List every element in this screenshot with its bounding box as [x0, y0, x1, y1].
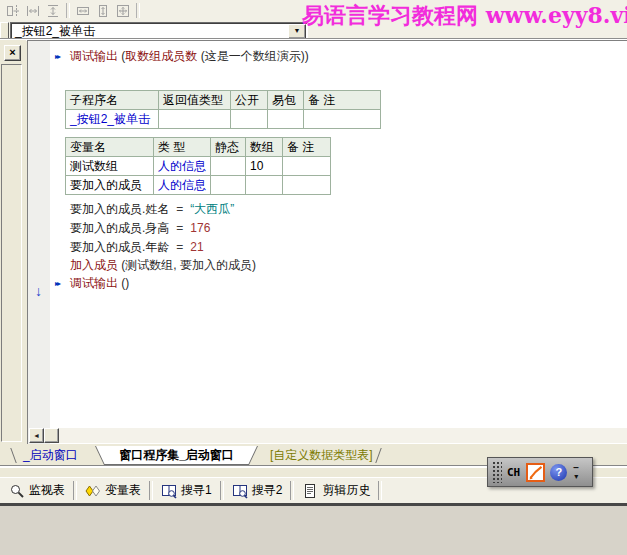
header-cell: 备 注 — [283, 138, 331, 157]
header-cell: 易包 — [268, 91, 304, 110]
code-token-variable: 要加入的成员.姓名 — [70, 202, 169, 216]
form-layout-toolbar — [3, 2, 143, 19]
code-token-variable: 要加入的成员.身高 — [70, 221, 169, 235]
code-line-add-member: 加入成员 (测试数组, 要加入的成员) — [70, 258, 256, 272]
table-row: 测试数组 人的信息 10 — [66, 157, 331, 176]
options-caret-icon[interactable]: ▾ — [574, 472, 578, 481]
same-size-button[interactable] — [113, 2, 133, 19]
same-height-icon — [95, 3, 111, 19]
table-row: _按钮2_被单击 — [66, 110, 381, 129]
same-width-button[interactable] — [73, 2, 93, 19]
table-cell[interactable] — [304, 110, 381, 129]
variable-type-cell[interactable]: 人的信息 — [154, 157, 211, 176]
tab-startup-window[interactable]: _启动窗口 — [23, 446, 78, 465]
button-label: 变量表 — [105, 482, 141, 499]
scroll-left-icon: ◄ — [33, 432, 40, 439]
table-header-row: 子程序名 返回值类型 公开 易包 备 注 — [66, 91, 381, 110]
grip-handle-icon[interactable] — [492, 461, 502, 483]
close-icon: × — [9, 46, 15, 58]
ime-button[interactable] — [526, 463, 545, 482]
tab-custom-datatype-table[interactable]: [自定义数据类型表] — [270, 446, 373, 465]
variable-type-cell[interactable]: 人的信息 — [154, 176, 211, 195]
watermark-text: 易语言学习教程网 www.eyy8.vip — [302, 0, 627, 30]
equal-vertical-spacing-button[interactable] — [43, 2, 63, 19]
search1-button[interactable]: 搜寻1 — [154, 480, 219, 501]
equal-vertical-spacing-icon — [45, 3, 61, 19]
table-cell[interactable] — [268, 110, 304, 129]
code-line-assign-age: 要加入的成员.年龄=21 — [70, 240, 204, 254]
bottom-fill — [0, 506, 627, 555]
scroll-left-button[interactable]: ◄ — [29, 428, 44, 443]
same-size-icon — [115, 3, 131, 19]
book-search-icon — [232, 483, 248, 499]
tab-window-program-set[interactable]: 窗口程序集_启动窗口 — [95, 446, 258, 465]
table-cell[interactable] — [283, 157, 331, 176]
same-height-button[interactable] — [93, 2, 113, 19]
header-cell: 返回值类型 — [159, 91, 231, 110]
button-label: 监视表 — [29, 482, 65, 499]
code-token-number: 176 — [190, 221, 210, 235]
equal-horizontal-spacing-icon — [25, 3, 41, 19]
scrollbar-thumb[interactable] — [44, 428, 59, 443]
code-line-debug-output-2: 调试输出 () — [70, 276, 129, 290]
table-cell[interactable] — [211, 157, 246, 176]
variable-name-cell[interactable]: 测试数组 — [66, 157, 154, 176]
table-row: 要加入的成员 人的信息 — [66, 176, 331, 195]
variable-name-cell[interactable]: 要加入的成员 — [66, 176, 154, 195]
procedure-combobox-value: _按钮2_被单击 — [15, 24, 95, 38]
code-line-assign-name: 要加入的成员.姓名=“大西瓜” — [70, 202, 234, 216]
code-line-debug-output: 调试输出 (取数组成员数 (这是一个数组演示)) — [70, 49, 309, 63]
toolbar-separator — [220, 481, 224, 500]
toolbar-separator — [136, 3, 140, 18]
watch-table-button[interactable]: 监视表 — [2, 480, 72, 501]
minimize-icon[interactable]: − — [573, 464, 579, 472]
code-token-command: 取数组成员数 — [125, 49, 197, 63]
code-token-args: () — [118, 276, 129, 290]
header-cell: 数组 — [246, 138, 283, 157]
active-tab-label: 窗口程序集_启动窗口 — [95, 446, 258, 464]
search2-button[interactable]: 搜寻2 — [225, 480, 290, 501]
horizontal-scrollbar[interactable]: ◄ — [29, 428, 627, 443]
header-cell: 子程序名 — [66, 91, 159, 110]
code-token-command: 调试输出 — [70, 276, 118, 290]
code-token-args: (测试数组, 要加入的成员) — [118, 258, 256, 272]
header-cell: 类 型 — [154, 138, 211, 157]
input-language-button[interactable]: CH — [507, 466, 520, 479]
align-width-button[interactable] — [3, 2, 23, 19]
variable-table-button[interactable]: 变量表 — [78, 480, 148, 501]
book-search-icon — [161, 483, 177, 499]
toolbar-separator — [290, 481, 294, 500]
header-cell: 公开 — [231, 91, 268, 110]
code-editor[interactable]: ↓ ▸▸ 调试输出 (取数组成员数 (这是一个数组演示)) 子程序名 返回值类型… — [27, 40, 627, 444]
subroutine-name-cell[interactable]: _按钮2_被单击 — [66, 110, 159, 129]
button-label: 剪辑历史 — [322, 482, 370, 499]
help-button[interactable]: ? — [550, 464, 567, 481]
toolbar-separator — [66, 3, 70, 18]
flow-marker-icon: ▸▸ — [55, 52, 59, 62]
code-token-comment: (这是一个数组演示)) — [197, 49, 308, 63]
header-cell: 静态 — [211, 138, 246, 157]
code-token-number: 21 — [190, 240, 203, 254]
table-cell[interactable] — [159, 110, 231, 129]
main-area: × ↓ ▸▸ 调试输出 (取数组成员数 (这是一个数组演示)) 子程序名 返回值… — [0, 40, 627, 443]
toolbar-separator — [378, 481, 382, 500]
tab-edge — [375, 448, 381, 463]
table-cell[interactable] — [211, 176, 246, 195]
clip-history-button[interactable]: 剪辑历史 — [295, 480, 377, 501]
table-cell[interactable] — [246, 176, 283, 195]
equals-operator: = — [176, 202, 183, 216]
toolbar-separator — [149, 481, 153, 500]
code-line-assign-height: 要加入的成员.身高=176 — [70, 221, 210, 235]
code-token-variable: 要加入的成员.年龄 — [70, 240, 169, 254]
code-token-string: “大西瓜” — [190, 202, 234, 216]
equal-horizontal-spacing-button[interactable] — [23, 2, 43, 19]
equals-operator: = — [176, 221, 183, 235]
array-size-cell[interactable]: 10 — [246, 157, 283, 176]
button-label: 搜寻1 — [181, 482, 212, 499]
table-cell[interactable] — [283, 176, 331, 195]
left-dock-panel: × — [0, 40, 26, 443]
language-bar[interactable]: CH ? − ▾ — [487, 457, 593, 487]
equals-operator: = — [176, 240, 183, 254]
table-cell[interactable] — [231, 110, 268, 129]
close-button[interactable]: × — [4, 45, 21, 61]
